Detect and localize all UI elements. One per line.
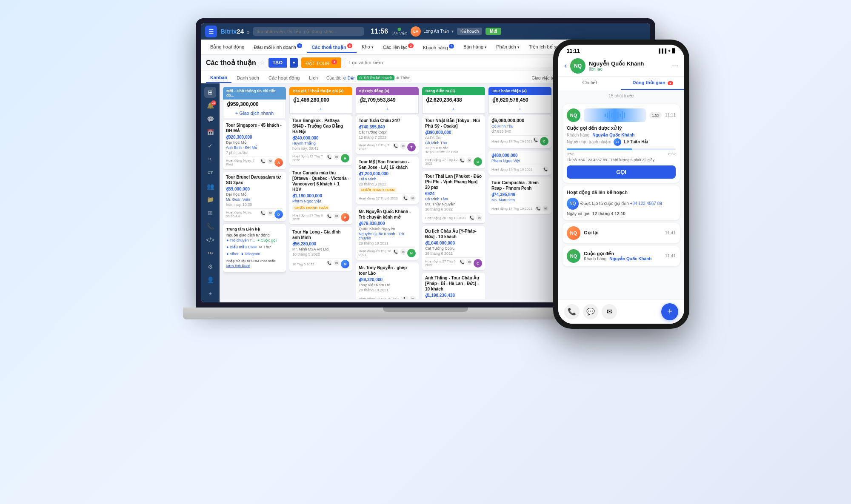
deal-card[interactable]: Tour Thái Lan [Phuket - Đảo Phi Phi - Vị… <box>422 171 485 223</box>
tour-button[interactable]: ĐẶT TOUR 4 <box>301 57 341 68</box>
nav-item-deals[interactable]: Các thoả thuận6 <box>307 41 357 53</box>
sidebar-ct[interactable]: CT <box>204 167 216 178</box>
user-avatar: LA <box>411 26 421 37</box>
tab-list[interactable]: Danh sách <box>232 73 263 83</box>
plan-button[interactable]: Kế hoạch <box>457 28 482 35</box>
deal-card[interactable]: Anh Thắng - Tour Châu Âu [Pháp - Bỉ - Hà… <box>422 273 485 299</box>
col-add-hophong[interactable]: + <box>356 105 419 114</box>
deal-card[interactable]: Tour Brunei Darussalam tư SG 3pax ₫39,00… <box>223 172 286 221</box>
nav-item-warehouse[interactable]: Kho ▾ <box>357 42 378 52</box>
nav-item-board[interactable]: Bảng hoạt động <box>206 42 248 52</box>
phone-tab-details[interactable]: Chi tiết <box>558 77 621 90</box>
responsible-avatar: LT <box>614 138 621 146</box>
callback-card: NQ Gọi lại 11:41 <box>563 223 680 243</box>
deal-card[interactable]: Tour Bangkok - Pattaya SN4Đ - Trưởng Cao… <box>289 115 352 165</box>
sidebar-calendar[interactable]: 📅 <box>204 127 216 138</box>
col-add-tour[interactable]: + <box>488 105 551 114</box>
nav-item-leads[interactable]: Đầu mối kinh doanh4 <box>249 41 306 53</box>
global-search-input[interactable] <box>253 27 364 36</box>
sidebar-code[interactable]: </> <box>204 234 216 245</box>
phone-fab-add[interactable]: + <box>661 303 678 320</box>
col-add-moi[interactable]: + Giao dịch nhanh <box>223 109 286 118</box>
sidebar-tg[interactable]: TG <box>204 248 216 259</box>
nav-item-contacts[interactable]: Các liên lạc2 <box>379 41 418 53</box>
nav-item-sales[interactable]: Bán hàng ▾ <box>459 42 491 52</box>
tab-kanban[interactable]: Kanban <box>206 73 231 83</box>
deal-card[interactable]: Mr. Nguyễn Quốc Khánh - Trò chuyển kênh … <box>356 206 419 260</box>
col-header-hophong: Ký Hợp đồng (4) <box>356 87 419 95</box>
kanban-col-dangdien: Đang diễn ra (3) ₫2,620,236,438 + Tour N… <box>422 87 485 299</box>
new-button[interactable]: Mới <box>485 28 501 35</box>
signal-icon: ▐▐▐ <box>657 48 666 53</box>
phone-action-message[interactable]: 💬 <box>583 304 598 319</box>
incoming-call-client-label: Khách hàng Nguyễn Quốc Khánh <box>584 256 651 261</box>
deal-card[interactable]: ₫480,000,000 Phạm Ngọc Việt Hoạt động 17… <box>488 151 551 175</box>
planned-activity-title: Hoạt động đã lên kế hoạch <box>567 190 676 195</box>
sidebar-bell[interactable]: 🔔21 <box>204 100 216 111</box>
deal-card[interactable]: Mr. Tony Nguyễn - ghép tour Lào ₫89,320,… <box>356 262 419 299</box>
deal-card[interactable]: Tour Singapore - 45 khách - ĐH Mỏ ₫920,3… <box>223 120 286 169</box>
col-header-moi: Mới - Chờ thông tin chi tiết đo... <box>223 87 286 100</box>
incoming-call-type: Cuộc gọi đến <box>584 251 651 256</box>
deal-card[interactable]: Tour Nhật Bản [Tokyo - Núi Phú Sỹ - Osak… <box>422 115 485 168</box>
sidebar-drive[interactable]: 📁 <box>204 194 216 205</box>
sidebar-crm[interactable]: 👥 <box>204 181 216 192</box>
tab-activities[interactable]: Các hoạt động <box>264 73 304 83</box>
tab-calendar[interactable]: Lịch <box>305 73 322 83</box>
col-body-moi: Tour Singapore - 45 khách - ĐH Mỏ ₫920,3… <box>223 118 286 299</box>
more-options-button[interactable]: ··· <box>672 61 678 70</box>
phone-tab-timeline[interactable]: Dòng thời gian ● <box>621 77 684 90</box>
col-add-baogia[interactable]: + <box>289 105 352 114</box>
col-total-dangdien: ₫2,620,236,438 <box>422 95 485 105</box>
call-waveform <box>584 108 646 122</box>
filter-more[interactable]: ⊕ Thêm <box>396 76 410 80</box>
sidebar-tasks[interactable]: ✓ <box>204 140 216 151</box>
sidebar-home[interactable]: ⊞ <box>204 87 216 98</box>
call-button[interactable]: GỌI <box>567 165 676 179</box>
nav-item-analytics[interactable]: Phân tích ▾ <box>492 42 524 52</box>
sidebar-add[interactable]: + <box>204 288 216 299</box>
deal-card[interactable]: Tour Hạ Long - Gia đình anh Minh ₫56,280… <box>289 227 352 271</box>
favorite-icon[interactable]: ☆ <box>260 59 265 66</box>
incoming-client-name[interactable]: Nguyễn Quốc Khánh <box>609 256 651 261</box>
sidebar-phone[interactable]: 📞 <box>204 221 216 232</box>
phone-status-bar: 11:11 ▐▐▐ ⌖ ▊ <box>558 45 684 56</box>
filter-self[interactable]: ⊙ Đến <box>343 76 356 80</box>
create-button[interactable]: TẠO <box>268 58 287 68</box>
app-logo: Bitrix24 ⊙ <box>220 28 250 35</box>
sidebar-users[interactable]: 👤 <box>204 274 216 285</box>
phone-bottom-bar: 📞 💬 ✉ + <box>558 299 684 324</box>
col-add-dangdien[interactable]: + <box>422 105 485 114</box>
call-responsible-row: Người chịu trách nhiệm LT Lê Tuấn Hải <box>567 138 676 146</box>
deal-avatar: D <box>274 210 283 219</box>
callback-time: 11:41 <box>665 231 676 235</box>
deal-card[interactable]: Du lịch Châu Âu [Y-Pháp-Đức] - 10 khách … <box>422 226 485 270</box>
deal-card[interactable]: Tour Campuchia - Siem Reap - Phnom Penh … <box>488 177 551 214</box>
playback-speed[interactable]: 1.5x <box>649 112 662 118</box>
sidebar-settings[interactable]: ⚙ <box>204 261 216 272</box>
deal-card[interactable]: Tour Tuần Châu 24/7 ₫740,395,849 Cát Tườ… <box>356 115 419 154</box>
sidebar-chat[interactable]: 💬 <box>204 114 216 125</box>
mail-icon: ✉ <box>267 158 273 164</box>
responsible-name: Lê Tuấn Hải <box>624 140 648 144</box>
col-total-baogia: ₫1,486,280,000 <box>289 95 352 105</box>
nav-item-customers[interactable]: Khách hàng7 <box>419 41 458 53</box>
sidebar-tl[interactable]: TL <box>204 154 216 165</box>
mail-icon: ✉ <box>267 210 273 216</box>
sidebar-mail[interactable]: ✉ <box>204 208 216 219</box>
deal-card[interactable]: Tour Mỹ [San Francisco - San Jose - LA] … <box>356 157 419 204</box>
phone-action-email[interactable]: ✉ <box>602 304 617 319</box>
timeline-time-label: 15 phút trước <box>558 90 684 102</box>
phone-status-icons: ▐▐▐ ⌖ ▊ <box>657 48 676 54</box>
call-client-name[interactable]: Nguyễn Quốc Khánh <box>592 133 634 137</box>
back-button[interactable]: ‹ <box>564 61 567 70</box>
col-body-hophong: Tour Tuần Châu 24/7 ₫740,395,849 Cát Tườ… <box>356 114 419 299</box>
create-dropdown-button[interactable]: ▾ <box>290 58 298 68</box>
filter-planned[interactable]: ⊙ Đã lên kế hoạch <box>357 75 394 80</box>
activity-phone-link[interactable]: +84 123 4567 89 <box>630 201 662 206</box>
phone-action-call[interactable]: 📞 <box>564 304 580 319</box>
deal-card[interactable]: Tour Canada mùa thu [Ottawa - Quebec - V… <box>289 168 352 224</box>
user-chevron[interactable]: ▾ <box>451 29 454 34</box>
menu-icon[interactable]: ☰ <box>205 26 217 37</box>
deal-card[interactable]: ₫6,080,000,000 Cô Minh Thu ₫7,836,840 Ho… <box>488 115 551 148</box>
